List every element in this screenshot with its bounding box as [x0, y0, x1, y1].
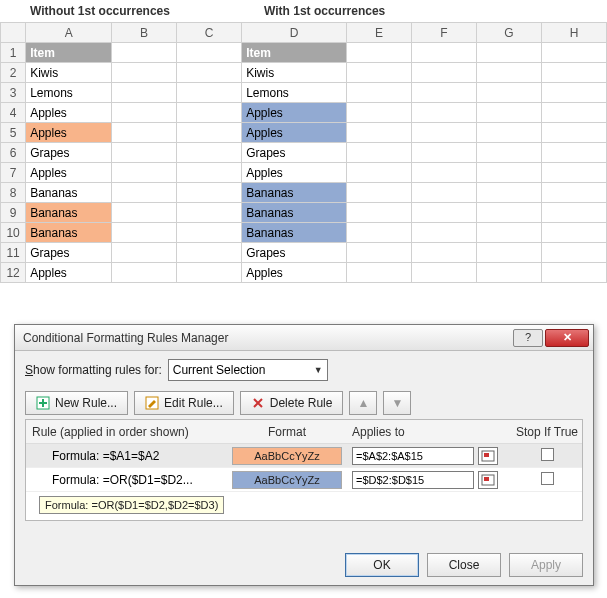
cell-F3[interactable] — [411, 83, 476, 103]
cell-H7[interactable] — [541, 163, 606, 183]
cell-C7[interactable] — [177, 163, 242, 183]
cell-H2[interactable] — [541, 63, 606, 83]
row-header[interactable]: 12 — [1, 263, 26, 283]
cell-B9[interactable] — [112, 203, 177, 223]
row-header[interactable]: 10 — [1, 223, 26, 243]
cell-F5[interactable] — [411, 123, 476, 143]
column-header-E[interactable]: E — [346, 23, 411, 43]
cell-G1[interactable] — [476, 43, 541, 63]
cell-D8[interactable]: Bananas — [242, 183, 347, 203]
cell-F2[interactable] — [411, 63, 476, 83]
cell-B8[interactable] — [112, 183, 177, 203]
cell-A3[interactable]: Lemons — [26, 83, 112, 103]
cell-E2[interactable] — [346, 63, 411, 83]
cell-B11[interactable] — [112, 243, 177, 263]
cell-F6[interactable] — [411, 143, 476, 163]
cell-A4[interactable]: Apples — [26, 103, 112, 123]
column-header-F[interactable]: F — [411, 23, 476, 43]
cell-B3[interactable] — [112, 83, 177, 103]
cell-G3[interactable] — [476, 83, 541, 103]
column-header-G[interactable]: G — [476, 23, 541, 43]
cell-E1[interactable] — [346, 43, 411, 63]
ok-button[interactable]: OK — [345, 553, 419, 577]
row-header[interactable]: 1 — [1, 43, 26, 63]
column-header-B[interactable]: B — [112, 23, 177, 43]
cell-A7[interactable]: Apples — [26, 163, 112, 183]
cell-H3[interactable] — [541, 83, 606, 103]
cell-E7[interactable] — [346, 163, 411, 183]
cell-B4[interactable] — [112, 103, 177, 123]
cell-E3[interactable] — [346, 83, 411, 103]
cell-E12[interactable] — [346, 263, 411, 283]
cell-A1[interactable]: Item — [26, 43, 112, 63]
cell-H5[interactable] — [541, 123, 606, 143]
cell-H1[interactable] — [541, 43, 606, 63]
stop-if-true-checkbox[interactable] — [541, 448, 554, 461]
column-header-A[interactable]: A — [26, 23, 112, 43]
column-header-D[interactable]: D — [242, 23, 347, 43]
cell-H11[interactable] — [541, 243, 606, 263]
cell-D2[interactable]: Kiwis — [242, 63, 347, 83]
cell-D6[interactable]: Grapes — [242, 143, 347, 163]
move-down-button[interactable]: ▼ — [383, 391, 411, 415]
cell-F12[interactable] — [411, 263, 476, 283]
cell-C9[interactable] — [177, 203, 242, 223]
cell-D5[interactable]: Apples — [242, 123, 347, 143]
range-picker-button[interactable] — [478, 471, 498, 489]
cell-C6[interactable] — [177, 143, 242, 163]
cell-H8[interactable] — [541, 183, 606, 203]
cell-G5[interactable] — [476, 123, 541, 143]
cell-C10[interactable] — [177, 223, 242, 243]
cell-A10[interactable]: Bananas — [26, 223, 112, 243]
cell-D10[interactable]: Bananas — [242, 223, 347, 243]
cell-F8[interactable] — [411, 183, 476, 203]
close-button[interactable]: Close — [427, 553, 501, 577]
cell-C3[interactable] — [177, 83, 242, 103]
column-header-H[interactable]: H — [541, 23, 606, 43]
cell-E9[interactable] — [346, 203, 411, 223]
cell-D11[interactable]: Grapes — [242, 243, 347, 263]
dialog-titlebar[interactable]: Conditional Formatting Rules Manager ? ✕ — [15, 325, 593, 351]
cell-G8[interactable] — [476, 183, 541, 203]
cell-G12[interactable] — [476, 263, 541, 283]
cell-D1[interactable]: Item — [242, 43, 347, 63]
cell-B6[interactable] — [112, 143, 177, 163]
cell-B12[interactable] — [112, 263, 177, 283]
rule-row[interactable]: Formula: =$A1=$A2AaBbCcYyZz=$A$2:$A$15 — [26, 444, 582, 468]
range-picker-button[interactable] — [478, 447, 498, 465]
row-header[interactable]: 2 — [1, 63, 26, 83]
cell-D4[interactable]: Apples — [242, 103, 347, 123]
show-rules-for-select[interactable]: Current Selection ▼ — [168, 359, 328, 381]
row-header[interactable]: 8 — [1, 183, 26, 203]
cell-B10[interactable] — [112, 223, 177, 243]
cell-H6[interactable] — [541, 143, 606, 163]
cell-A11[interactable]: Grapes — [26, 243, 112, 263]
cell-G11[interactable] — [476, 243, 541, 263]
cell-C11[interactable] — [177, 243, 242, 263]
edit-rule-button[interactable]: Edit Rule... — [134, 391, 234, 415]
cell-F9[interactable] — [411, 203, 476, 223]
cell-D9[interactable]: Bananas — [242, 203, 347, 223]
cell-H4[interactable] — [541, 103, 606, 123]
column-header-C[interactable]: C — [177, 23, 242, 43]
cell-C8[interactable] — [177, 183, 242, 203]
cell-F11[interactable] — [411, 243, 476, 263]
cell-H10[interactable] — [541, 223, 606, 243]
row-header[interactable]: 6 — [1, 143, 26, 163]
row-header[interactable]: 7 — [1, 163, 26, 183]
worksheet-grid[interactable]: ABCDEFGH 1ItemItem2KiwisKiwis3LemonsLemo… — [0, 22, 607, 283]
cell-A8[interactable]: Bananas — [26, 183, 112, 203]
applies-to-input[interactable]: =$A$2:$A$15 — [352, 447, 474, 465]
cell-G4[interactable] — [476, 103, 541, 123]
cell-C4[interactable] — [177, 103, 242, 123]
row-header[interactable]: 5 — [1, 123, 26, 143]
close-window-button[interactable]: ✕ — [545, 329, 589, 347]
rule-row[interactable]: Formula: =OR($D1=$D2...AaBbCcYyZz=$D$2:$… — [26, 468, 582, 492]
row-header[interactable]: 4 — [1, 103, 26, 123]
cell-A12[interactable]: Apples — [26, 263, 112, 283]
cell-C1[interactable] — [177, 43, 242, 63]
cell-F1[interactable] — [411, 43, 476, 63]
cell-E4[interactable] — [346, 103, 411, 123]
cell-E8[interactable] — [346, 183, 411, 203]
cell-A2[interactable]: Kiwis — [26, 63, 112, 83]
